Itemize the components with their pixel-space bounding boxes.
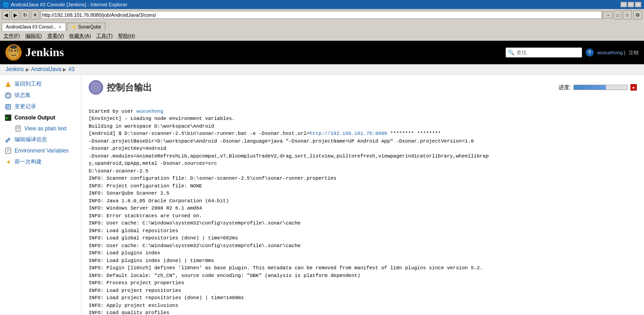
logout-link[interactable]: 注销 bbox=[629, 50, 639, 55]
breadcrumb-build[interactable]: #3 bbox=[68, 66, 74, 72]
sidebar-item-console-output[interactable]: ▶ Console Output bbox=[0, 112, 81, 123]
progress-label: 进度: bbox=[559, 84, 571, 91]
console-line-20: INFO: Load plugins index bbox=[89, 250, 160, 256]
menu-view[interactable]: 查看(V) bbox=[47, 33, 64, 39]
console-line-24: INFO: Process project properties bbox=[89, 280, 184, 286]
console-output: Started by user wuxuehong [EnvInject] - … bbox=[89, 100, 637, 315]
separator: | bbox=[624, 50, 627, 55]
tab-close-jenkins[interactable]: ✕ bbox=[58, 25, 62, 29]
breadcrumb-jenkins[interactable]: Jenkins bbox=[5, 66, 24, 72]
close-button[interactable]: ✕ bbox=[635, 2, 641, 7]
console-line-16: INFO: User cache: C:\Windows\system32\co… bbox=[89, 220, 301, 226]
nav-bar: ◀ ▶ ↻ ✕ → ⌂ ☆ ⚙ bbox=[0, 9, 644, 21]
maximize-button[interactable]: □ bbox=[628, 2, 634, 7]
content-area: 控制台输出 进度: ■ Started by user wuxuehong [E… bbox=[81, 75, 644, 315]
search-box: 🔍 bbox=[506, 48, 582, 57]
svg-point-3 bbox=[10, 45, 17, 49]
title-bar-buttons[interactable]: ─ □ ✕ bbox=[620, 2, 641, 7]
console-user-link[interactable]: wuxuehong bbox=[137, 109, 163, 114]
tabs-bar: AndroidJava #3 Consol... ✕ ⚡ SonarQube bbox=[0, 21, 644, 31]
user-info: wuxuehong | 注销 bbox=[597, 49, 639, 56]
menu-help[interactable]: 帮助(H) bbox=[118, 33, 135, 39]
svg-text:▶: ▶ bbox=[6, 116, 8, 120]
go-button[interactable]: → bbox=[603, 11, 612, 19]
console-line-8: y,upandroid,UpApp,metal -Dsonar.sources=… bbox=[89, 161, 217, 166]
console-line-19: INFO: User cache: C:\Windows\system32\co… bbox=[89, 243, 301, 248]
sidebar-item-prev-build[interactable]: 前一次构建 bbox=[0, 156, 81, 167]
sidebar-label-status: 状态集 bbox=[14, 91, 31, 99]
sidebar-item-env-vars[interactable]: Environment Variables bbox=[0, 145, 81, 156]
help-button[interactable]: ? bbox=[586, 48, 594, 57]
console-line-22: INFO: Plugin [l10nzh] defines 'l10nen' a… bbox=[89, 265, 483, 271]
svg-point-1 bbox=[11, 50, 13, 52]
tab-jenkins-console[interactable]: AndroidJava #3 Consol... ✕ bbox=[2, 23, 66, 31]
svg-point-6 bbox=[7, 94, 8, 95]
svg-marker-24 bbox=[7, 160, 9, 164]
console-line-6: -Dsonar.projectKey=Android bbox=[89, 146, 166, 151]
svg-point-25 bbox=[90, 81, 102, 94]
sonar-url-link[interactable]: http://192.168.101.76:8080 bbox=[309, 131, 387, 136]
console-line-2: [EnvInject] - Loading node environment v… bbox=[89, 116, 235, 121]
console-line-12: INFO: SonarQube Scanner 2.5 bbox=[89, 191, 169, 196]
svg-marker-4 bbox=[5, 81, 11, 87]
favorites-button[interactable]: ☆ bbox=[623, 10, 632, 19]
tools-button[interactable]: ⚙ bbox=[633, 10, 642, 19]
console-line-5: -Dsonar.projectBaseDir=D:\workspace\Andr… bbox=[89, 138, 474, 144]
home-button[interactable]: ⌂ bbox=[614, 10, 621, 19]
title-bar-left: 🌐 AndroidJava #3 Console [Jenkins] - Int… bbox=[3, 2, 127, 8]
sidebar-item-changes[interactable]: 变更记录 bbox=[0, 101, 81, 112]
username-link[interactable]: wuxuehong bbox=[597, 50, 623, 55]
main-layout: 返回到工程 状态集 变更记录 ▶ Console Output View as … bbox=[0, 75, 644, 315]
minimize-button[interactable]: ─ bbox=[620, 2, 627, 7]
sidebar-label-env: Environment Variables bbox=[14, 148, 69, 154]
address-input[interactable] bbox=[41, 11, 602, 19]
console-line-28: INFO: Load quality profiles bbox=[89, 310, 169, 315]
sidebar-item-view-plain[interactable]: View as plain text bbox=[0, 123, 81, 134]
breadcrumb-project[interactable]: AndroidJava bbox=[31, 66, 62, 72]
back-button[interactable]: ◀ bbox=[2, 10, 10, 19]
progress-area: 进度: ■ bbox=[559, 84, 637, 91]
search-input[interactable] bbox=[516, 50, 580, 55]
console-line-23: INFO: Default locale: "zh_CN", source co… bbox=[89, 273, 360, 278]
tab-icon-sonar: ⚡ bbox=[71, 24, 76, 29]
console-line-21: INFO: Load plugins index (done) | time=0… bbox=[89, 258, 214, 263]
stop-button[interactable]: ✕ bbox=[31, 10, 39, 19]
svg-point-7 bbox=[9, 94, 10, 95]
progress-fill bbox=[574, 85, 606, 90]
sidebar-item-edit-build[interactable]: 编辑编译信息 bbox=[0, 134, 81, 145]
menu-file[interactable]: 文件(F) bbox=[4, 33, 20, 39]
jenkins-logo-icon bbox=[5, 44, 22, 61]
svg-point-5 bbox=[5, 93, 11, 98]
tab-sonarqube[interactable]: ⚡ SonarQube bbox=[67, 23, 105, 31]
console-icon: ▶ bbox=[5, 114, 12, 121]
breadcrumb-sep-1: ▶ bbox=[26, 67, 29, 72]
sidebar-label-prev: 前一次构建 bbox=[14, 158, 42, 166]
menu-edit[interactable]: 编辑(E) bbox=[25, 33, 42, 39]
tab-label-sonar: SonarQube bbox=[78, 24, 101, 29]
sidebar-label-plain: View as plain text bbox=[24, 125, 66, 132]
stop-build-button[interactable]: ■ bbox=[630, 84, 637, 91]
refresh-button[interactable]: ↻ bbox=[21, 10, 29, 19]
view-plain-icon bbox=[14, 125, 22, 132]
svg-point-2 bbox=[14, 50, 16, 52]
jenkins-logo: Jenkins bbox=[5, 44, 64, 61]
page-title-icon bbox=[89, 80, 103, 95]
sidebar-item-back-to-project[interactable]: 返回到工程 bbox=[0, 78, 81, 90]
sidebar-item-status[interactable]: 状态集 bbox=[0, 90, 81, 101]
menu-favorites[interactable]: 收藏夹(A) bbox=[69, 33, 91, 39]
page-title-area: 控制台输出 进度: ■ bbox=[89, 80, 637, 95]
back-to-project-icon bbox=[5, 81, 12, 88]
console-line-25: INFO: Load project repositories bbox=[89, 288, 181, 293]
console-line-11: INFO: Project configuration file: NONE bbox=[89, 183, 202, 189]
console-line-3: Building in workspace D:\workspace\Andro… bbox=[89, 124, 214, 129]
menu-bar: 文件(F) 编辑(E) 查看(V) 收藏夹(A) 工具(T) 帮助(H) bbox=[0, 31, 644, 41]
menu-tools[interactable]: 工具(T) bbox=[96, 33, 113, 39]
forward-button[interactable]: ▶ bbox=[11, 10, 19, 19]
console-line-15: INFO: Error stacktraces are turned on. bbox=[89, 213, 202, 219]
console-line-7: -Dsonar.modules=AnimateRefreshLib,appcom… bbox=[89, 153, 489, 159]
console-line-17: INFO: Load global repositories bbox=[89, 228, 178, 234]
page-title: 控制台输出 bbox=[89, 80, 152, 95]
console-line-10: INFO: Scanner configuration file: D:\son… bbox=[89, 176, 336, 181]
sidebar: 返回到工程 状态集 变更记录 ▶ Console Output View as … bbox=[0, 75, 81, 315]
console-line-27: INFO: Apply project exclusions bbox=[89, 303, 178, 308]
